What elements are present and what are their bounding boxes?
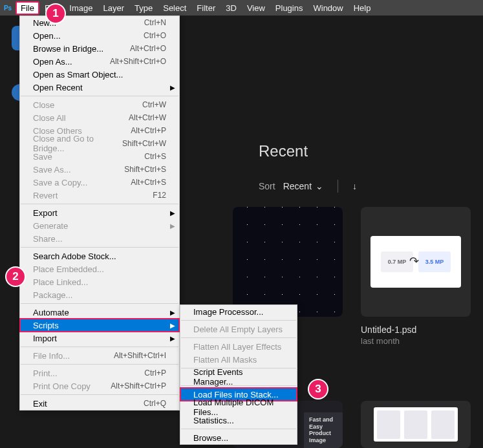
submenu-script-events-manager[interactable]: Script Events Manager... [180,370,297,383]
sort-value-text: Recent [283,181,312,191]
submenu-flatten-layer-effects[interactable]: Flatten All Layer Effects [180,340,297,353]
menuitem-search-stock[interactable]: Search Adobe Stock... [20,250,179,262]
submenu-arrow-icon: ▶ [170,322,175,329]
menuitem-save-copy[interactable]: Save a Copy...Alt+Ctrl+S [20,176,179,189]
thumb-image [233,207,343,317]
scripts-submenu: Image Processor... Delete All Empty Laye… [180,304,297,445]
menubar: Ps File Edit Image Layer Type Select Fil… [0,0,483,16]
recent-item[interactable]: 0.7 MP ↷ 3.5 MP Untitled-1.psd last mont… [361,207,471,346]
annotation-badge-2: 2 [5,266,26,287]
sort-row: Sort Recent ⌄ ↓ [259,180,457,193]
thumb-image: 0.7 MP ↷ 3.5 MP [361,207,471,317]
submenu-browse[interactable]: Browse... [180,431,297,444]
mp-left: 0.7 MP [381,251,413,272]
white-preview: 0.7 MP ↷ 3.5 MP [370,236,461,288]
menuitem-share[interactable]: Share... [20,232,179,245]
menuitem-open[interactable]: Open...Ctrl+O [20,29,179,42]
menuitem-export[interactable]: Export▶ [20,206,179,219]
menuitem-revert[interactable]: RevertF12 [20,189,179,202]
menuitem-new[interactable]: New...Ctrl+N [20,16,179,29]
starfield-preview [233,207,343,317]
arrow-icon: ↷ [409,254,419,268]
submenu-arrow-icon: ▶ [170,222,175,229]
chevron-down-icon: ⌄ [316,181,323,191]
submenu-image-processor[interactable]: Image Processor... [180,305,297,318]
separator [21,303,178,304]
annotation-badge-3: 3 [308,379,328,400]
file-dropdown: New...Ctrl+N Open...Ctrl+O Browse in Bri… [19,16,180,411]
menu-3d[interactable]: 3D [220,1,242,15]
submenu-arrow-icon: ▶ [170,309,175,316]
thumb-subtitle: last month [361,336,471,346]
menu-view[interactable]: View [242,1,270,15]
menu-type[interactable]: Type [129,1,158,15]
menuitem-file-info[interactable]: File Info...Alt+Shift+Ctrl+I [20,349,179,362]
menu-help[interactable]: Help [349,1,376,15]
section-title: Recent [259,142,457,160]
submenu-arrow-icon: ▶ [170,335,175,342]
separator [21,394,178,395]
submenu-arrow-icon: ▶ [170,209,175,217]
menuitem-open-as[interactable]: Open As...Alt+Shift+Ctrl+O [20,55,179,68]
preview-box [404,411,427,439]
separator [181,320,296,321]
menuitem-scripts[interactable]: Scripts▶ [20,319,179,332]
menuitem-import[interactable]: Import▶ [20,332,179,345]
menu-window[interactable]: Window [308,1,348,15]
menuitem-place-embedded[interactable]: Place Embedded... [20,262,179,275]
separator [21,347,178,347]
menuitem-place-linked[interactable]: Place Linked... [20,275,179,288]
photoshop-logo-icon: Ps [3,3,13,13]
menuitem-print-one[interactable]: Print One CopyAlt+Shift+Ctrl+P [20,379,179,392]
menuitem-close-bridge[interactable]: Close and Go to Bridge...Shift+Ctrl+W [20,137,179,150]
separator [181,337,296,338]
menuitem-open-smart[interactable]: Open as Smart Object... [20,68,179,81]
menuitem-close[interactable]: CloseCtrl+W [20,98,179,111]
separator [21,247,178,248]
separator [181,429,296,429]
menuitem-close-all[interactable]: Close AllAlt+Ctrl+W [20,111,179,124]
preview-text: Fast and Easy Product Image [304,412,343,448]
sort-direction-icon[interactable]: ↓ [352,181,357,191]
separator [21,364,178,365]
menu-file[interactable]: File [16,1,39,15]
separator [21,96,178,96]
mp-right: 3.5 MP [418,251,451,272]
separator [21,204,178,204]
submenu-delete-empty-layers[interactable]: Delete All Empty Layers [180,323,297,336]
menu-layer[interactable]: Layer [98,1,130,15]
submenu-flatten-masks[interactable]: Flatten All Masks [180,353,297,366]
menuitem-print[interactable]: Print...Ctrl+P [20,367,179,379]
annotation-badge-1: 1 [45,3,66,24]
sort-dropdown[interactable]: Recent ⌄ [283,181,323,191]
menuitem-generate[interactable]: Generate▶ [20,219,179,232]
menuitem-save[interactable]: SaveCtrl+S [20,150,179,163]
menuitem-package[interactable]: Package... [20,288,179,301]
menuitem-automate[interactable]: Automate▶ [20,306,179,319]
sort-label: Sort [259,181,275,191]
recent-item[interactable] [361,401,471,448]
preview-box [431,411,455,439]
menu-select[interactable]: Select [158,1,191,15]
welcome-screen: Recent Sort Recent ⌄ ↓ [194,65,483,206]
menuitem-browse-bridge[interactable]: Browse in Bridge...Alt+Ctrl+O [20,42,179,55]
menuitem-open-recent[interactable]: Open Recent▶ [20,81,179,94]
submenu-arrow-icon: ▶ [170,84,175,91]
preview-box [377,411,400,439]
menuitem-save-as[interactable]: Save As...Shift+Ctrl+S [20,163,179,176]
submenu-statistics[interactable]: Statistics... [180,414,297,427]
submenu-load-dicom[interactable]: Load Multiple DICOM Files... [180,401,297,414]
menuitem-exit[interactable]: ExitCtrl+Q [20,397,179,410]
divider [338,180,338,193]
thumb-title: Untitled-1.psd [361,325,471,335]
menu-plugins[interactable]: Plugins [270,1,308,15]
light-preview [374,407,458,442]
menu-image[interactable]: Image [64,1,98,15]
menu-filter[interactable]: Filter [191,1,220,15]
